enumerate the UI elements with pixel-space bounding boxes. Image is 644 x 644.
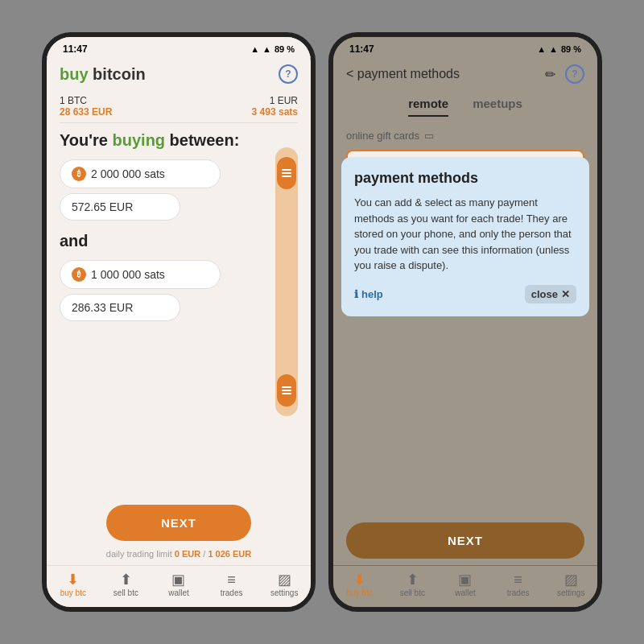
slider-track[interactable] <box>275 147 298 416</box>
nav-sell-btc-label-right: sell btc <box>400 588 425 597</box>
edit-icon[interactable]: ✏ <box>545 67 555 82</box>
bottom-nav-left: ⬇ buy btc ⬆ sell btc ▣ wallet ≡ trades ▨ <box>47 565 311 607</box>
buying-between-label: You're buying between: <box>60 131 298 150</box>
nav-buy-btc-label-right: buy btc <box>347 588 373 597</box>
daily-limit-pre: daily trading limit <box>106 549 175 559</box>
slider-thumb-top[interactable] <box>277 157 296 189</box>
nav-trades-label-right: trades <box>507 588 530 597</box>
nav-sell-btc-label: sell btc <box>114 588 138 597</box>
main-scroll: You're buying between: ₿ 2 000 000 sats … <box>47 123 311 497</box>
daily-limit-sep: / <box>200 549 208 559</box>
nav-sell-btc-right[interactable]: ⬆ sell btc <box>386 572 440 597</box>
tooltip-close-button[interactable]: close ✕ <box>525 285 576 303</box>
time-left: 11:47 <box>63 43 88 55</box>
nav-buy-btc-label: buy btc <box>60 588 86 597</box>
nav-trades-left[interactable]: ≡ trades <box>205 572 258 597</box>
nav-settings-right[interactable]: ▨ settings <box>544 572 597 597</box>
amount2-eur-box[interactable]: 286.33 EUR <box>60 294 180 321</box>
youre-label: You're <box>60 131 113 149</box>
thumb-line <box>282 169 291 171</box>
page-title-left: buy bitcoin <box>60 65 146 84</box>
nav-sell-btc-left[interactable]: ⬆ sell btc <box>100 572 153 597</box>
back-label: < payment methods <box>346 67 460 81</box>
download-icon: ⬇ <box>67 572 79 587</box>
thumb-line <box>282 390 291 391</box>
time-right: 11:47 <box>349 43 374 55</box>
left-phone: 11:47 ▲ ▲ 89 % buy bitcoin ? 1 BTC 28 63… <box>42 32 316 612</box>
slider-dot-bottom <box>284 407 289 411</box>
help-button-left[interactable]: ? <box>279 64 298 84</box>
eur-unit: 1 EUR <box>252 95 298 106</box>
buying-label-green: buying <box>113 131 166 149</box>
settings-icon: ▨ <box>278 572 291 587</box>
wifi-icon-right: ▲ <box>537 44 546 54</box>
nav-wallet-right[interactable]: ▣ wallet <box>439 572 492 597</box>
daily-limit-zero: 0 EUR <box>175 549 200 559</box>
amount1-sats-value: 2 000 000 sats <box>91 167 165 180</box>
thumb-line <box>282 393 291 394</box>
btc-price: 28 633 EUR <box>60 106 112 118</box>
nav-wallet-label: wallet <box>168 588 189 597</box>
thumb-line <box>282 175 291 177</box>
close-icon: ✕ <box>561 288 570 300</box>
help-label: help <box>361 288 383 300</box>
tab-meetups[interactable]: meetups <box>473 97 522 117</box>
status-icons-right: ▲ ▲ 89 % <box>537 44 581 54</box>
nav-trades-right[interactable]: ≡ trades <box>492 572 545 597</box>
next-button-left[interactable]: NEXT <box>106 505 251 541</box>
tooltip-help-button[interactable]: ℹ help <box>354 288 383 300</box>
nav-buy-btc-right[interactable]: ⬇ buy btc <box>333 572 386 597</box>
back-button[interactable]: < payment methods <box>346 67 460 81</box>
info-icon: ℹ <box>354 288 358 300</box>
wifi-icon: ▲ <box>250 44 259 54</box>
daily-limit-max: 1 026 EUR <box>208 549 251 559</box>
section-label: online gift cards ▭ <box>346 130 584 142</box>
nav-settings-label: settings <box>270 588 298 597</box>
bottom-nav-right: ⬇ buy btc ⬆ sell btc ▣ wallet ≡ trades ▨ <box>333 565 597 607</box>
status-icons-left: ▲ ▲ 89 % <box>250 44 295 54</box>
phones-container: 11:47 ▲ ▲ 89 % buy bitcoin ? 1 BTC 28 63… <box>42 32 602 612</box>
download-icon-right: ⬇ <box>353 572 365 587</box>
daily-limit: daily trading limit 0 EUR / 1 026 EUR <box>47 549 311 559</box>
settings-icon-right: ▨ <box>564 572 578 587</box>
left-phone-content: buy bitcoin ? 1 BTC 28 633 EUR 1 EUR 3 4… <box>47 58 311 607</box>
tabs-row: remote meetups <box>333 92 597 117</box>
online-gift-cards-label: online gift cards <box>346 130 419 142</box>
right-bottom-area: NEXT <box>333 514 597 565</box>
and-label: and <box>60 232 298 250</box>
nav-settings-left[interactable]: ▨ settings <box>258 572 311 597</box>
amount1-eur-box[interactable]: 572.65 EUR <box>60 193 180 221</box>
amount1-eur-value: 572.65 EUR <box>72 200 133 213</box>
help-button-right[interactable]: ? <box>565 64 584 84</box>
battery-left: 89 % <box>275 44 295 54</box>
right-header: < payment methods ✏ ? <box>333 58 597 92</box>
trades-icon: ≡ <box>227 572 236 587</box>
nav-trades-label: trades <box>221 588 243 597</box>
wallet-icon-right: ▣ <box>458 572 472 587</box>
tooltip-footer: ℹ help close ✕ <box>354 285 576 303</box>
amount1-sats-box[interactable]: ₿ 2 000 000 sats <box>60 159 221 188</box>
signal-icon-right: ▲ <box>549 44 558 54</box>
btc-icon-1: ₿ <box>72 167 86 181</box>
thumb-line <box>282 386 291 388</box>
right-scroll: online gift cards ▭ Amazon Gift Card (FR… <box>333 117 597 514</box>
bitcoin-label: bitcoin <box>89 65 146 83</box>
nav-wallet-left[interactable]: ▣ wallet <box>152 572 205 597</box>
trades-icon-right: ≡ <box>514 572 522 587</box>
nav-wallet-label-right: wallet <box>455 588 476 597</box>
buy-label: buy <box>60 65 89 83</box>
left-header: buy bitcoin ? <box>47 58 311 90</box>
tab-remote[interactable]: remote <box>408 97 448 117</box>
nav-settings-label-right: settings <box>557 588 584 597</box>
amount2-sats-box[interactable]: ₿ 1 000 000 sats <box>60 260 221 289</box>
next-button-right[interactable]: NEXT <box>346 522 584 559</box>
amount2-sats-value: 1 000 000 sats <box>91 268 165 281</box>
wallet-icon: ▣ <box>171 572 185 587</box>
status-bar-left: 11:47 ▲ ▲ 89 % <box>47 37 311 58</box>
between-label: between: <box>165 131 239 149</box>
thumb-line <box>282 172 291 174</box>
slider-thumb-bottom[interactable] <box>277 374 296 407</box>
btc-icon-2: ₿ <box>72 267 86 282</box>
nav-buy-btc-left[interactable]: ⬇ buy btc <box>47 572 100 597</box>
status-bar-right: 11:47 ▲ ▲ 89 % <box>333 37 597 58</box>
